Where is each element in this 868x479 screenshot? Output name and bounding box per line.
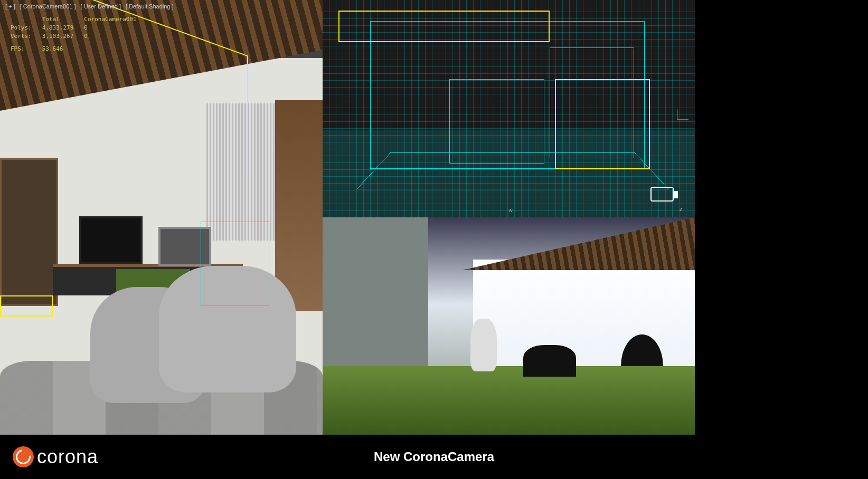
- viewport-render: [0, 0, 323, 435]
- corona-logo-text: corona: [37, 446, 98, 468]
- render-preview-viewport[interactable]: [323, 217, 695, 435]
- axis-w-label: w: [509, 207, 513, 213]
- viewport-shading-mode[interactable]: [ Default Shading ]: [126, 3, 174, 9]
- viewport-statistics: TotalCoronaCamera001 Polys:4,833,2790 Ve…: [10, 15, 147, 54]
- right-viewport-column: z w: [323, 0, 695, 435]
- slide-title: New CoronaCamera: [374, 449, 494, 464]
- axis-gizmo[interactable]: [671, 106, 685, 120]
- viewport-shading-user[interactable]: [ User Defined ]: [81, 3, 121, 9]
- viewport-maximize[interactable]: [ + ]: [5, 3, 15, 9]
- viewport-camera-label[interactable]: [ CoronaCamera001 ]: [20, 3, 76, 9]
- viewport-label-bar[interactable]: [ + ] [ CoronaCamera001 ] [ User Defined…: [5, 3, 177, 9]
- corona-logo: corona: [13, 446, 98, 468]
- brand-bar: corona New CoronaCamera: [0, 435, 868, 479]
- axis-z-label: z: [680, 206, 682, 212]
- corona-logo-icon: [13, 446, 34, 467]
- wireframe-viewport[interactable]: z w: [323, 0, 695, 217]
- camera-icon: [650, 187, 674, 202]
- shaded-viewport[interactable]: [ + ] [ CoronaCamera001 ] [ User Defined…: [0, 0, 323, 435]
